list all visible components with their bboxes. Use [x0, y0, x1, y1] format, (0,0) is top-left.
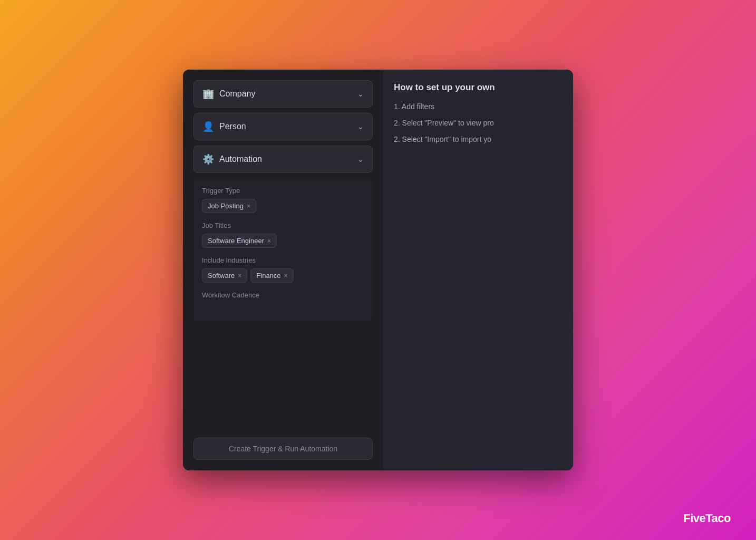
company-label: Company: [219, 89, 255, 99]
person-label: Person: [219, 122, 246, 131]
automation-icon: ⚙️: [202, 153, 214, 165]
help-step-3: 2. Select "Import" to import yo: [394, 134, 563, 145]
trigger-type-tag-job-posting-close[interactable]: ×: [247, 202, 250, 210]
help-title: How to set up your own: [394, 82, 563, 93]
include-industries-tag-software[interactable]: Software ×: [202, 268, 247, 283]
job-titles-tag-software-engineer[interactable]: Software Engineer ×: [202, 234, 277, 248]
help-step-2: 2. Select "Preview" to view pro: [394, 118, 563, 129]
include-industries-tag-finance-text: Finance: [256, 272, 280, 279]
create-trigger-button-label: Create Trigger & Run Automation: [229, 445, 337, 453]
main-window: 🏢 Company ⌄ 👤 Person ⌄ ⚙️ Automation ⌄: [183, 70, 573, 470]
help-list: 1. Add filters 2. Select "Preview" to vi…: [394, 101, 563, 145]
trigger-type-tag-job-posting-text: Job Posting: [208, 202, 244, 210]
person-icon: 👤: [202, 121, 214, 132]
include-industries-tag-finance[interactable]: Finance ×: [250, 268, 293, 283]
include-industries-tag-software-close[interactable]: ×: [238, 272, 241, 279]
help-step-1: 1. Add filters: [394, 101, 563, 112]
trigger-type-group: Trigger Type Job Posting ×: [202, 187, 364, 213]
automation-label: Automation: [219, 155, 262, 164]
automation-expanded-section: Trigger Type Job Posting × Job Titles So…: [193, 178, 373, 321]
person-section-left: 👤 Person: [202, 121, 246, 132]
person-section-header[interactable]: 👤 Person ⌄: [193, 113, 373, 140]
company-icon: 🏢: [202, 88, 214, 100]
brand-taco: Taco: [705, 512, 731, 525]
branding: FiveTaco: [683, 512, 731, 525]
company-section-left: 🏢 Company: [202, 88, 255, 100]
include-industries-group: Include Industries Software × Finance ×: [202, 256, 364, 283]
right-panel: How to set up your own 1. Add filters 2.…: [383, 70, 573, 470]
person-chevron-icon: ⌄: [357, 122, 364, 131]
left-panel: 🏢 Company ⌄ 👤 Person ⌄ ⚙️ Automation ⌄: [183, 70, 383, 470]
trigger-type-tag-job-posting[interactable]: Job Posting ×: [202, 199, 256, 213]
job-titles-group: Job Titles Software Engineer ×: [202, 221, 364, 248]
include-industries-label: Include Industries: [202, 256, 364, 264]
automation-chevron-icon: ⌄: [357, 155, 364, 163]
include-industries-tags: Software × Finance ×: [202, 268, 364, 283]
workflow-cadence-label: Workflow Cadence: [202, 291, 364, 299]
trigger-type-label: Trigger Type: [202, 187, 364, 195]
job-titles-tag-software-engineer-text: Software Engineer: [208, 237, 264, 245]
include-industries-tag-finance-close[interactable]: ×: [284, 272, 288, 279]
create-trigger-button[interactable]: Create Trigger & Run Automation: [193, 438, 373, 460]
include-industries-tag-software-text: Software: [208, 272, 235, 279]
brand-five: Five: [683, 512, 705, 525]
automation-section-left: ⚙️ Automation: [202, 153, 262, 165]
automation-section-header[interactable]: ⚙️ Automation ⌄: [193, 146, 373, 173]
job-titles-tags: Software Engineer ×: [202, 234, 364, 248]
workflow-cadence-group: Workflow Cadence: [202, 291, 364, 312]
company-chevron-icon: ⌄: [357, 90, 364, 98]
company-section-header[interactable]: 🏢 Company ⌄: [193, 80, 373, 108]
job-titles-tag-software-engineer-close[interactable]: ×: [267, 237, 271, 245]
trigger-type-tags: Job Posting ×: [202, 199, 364, 213]
job-titles-label: Job Titles: [202, 221, 364, 229]
